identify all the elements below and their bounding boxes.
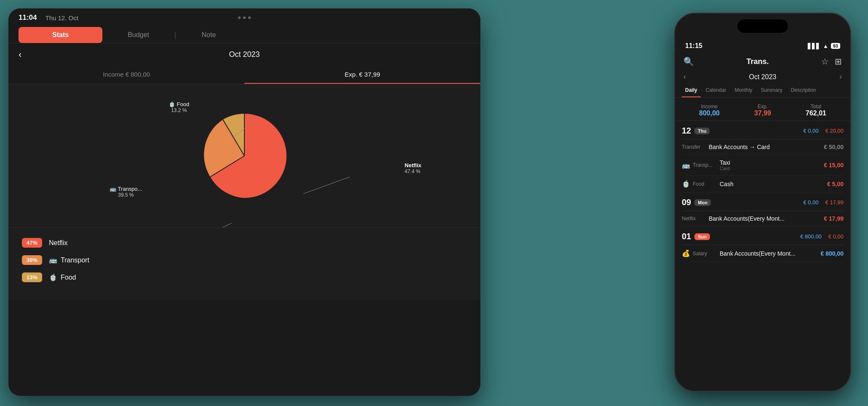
tablet-dot-3 [248, 16, 251, 19]
legend-area: 47% Netflix 39% 🚌 Transport 13% 🍵 Food [8, 227, 480, 300]
wifi-icon: ▲ [823, 43, 828, 49]
income-value: 800,00 [699, 110, 720, 117]
trans-amount-food: € 5,00 [827, 181, 844, 187]
phone-month: Oct 2023 [749, 73, 777, 81]
phone-summary-row: Income 800,00 Exp. 37,99 Total 762,01 [675, 98, 850, 121]
day-header-12: 12 Thu € 0,00 € 20,00 [682, 121, 844, 139]
table-row[interactable]: Transfer Bank Accounts → Card € 50,00 [682, 139, 844, 155]
salary-icon: 💰 [682, 249, 690, 257]
tablet-nav: Stats Budget | Note [8, 27, 480, 43]
search-button[interactable]: 🔍 [683, 56, 694, 67]
food-icon-row: 🍵 [682, 180, 690, 188]
tablet-date: Thu 12. Oct [45, 14, 78, 21]
transport-icon-taxi: 🚌 [682, 161, 690, 169]
pie-chart [198, 110, 291, 202]
day-header-01: 01 Sun € 800,00 € 0,00 [682, 227, 844, 245]
day-badge-09: Mon [694, 199, 711, 206]
toolbar-right: ☆ ⊞ [821, 56, 842, 67]
tablet-dots [238, 16, 251, 19]
chart-area: 🍵 Food 13.2 % Netflix 47.4 % 🚌 Transpo..… [8, 84, 480, 227]
legend-food: 13% 🍵 Food [22, 272, 467, 282]
table-row[interactable]: 💰 Salary Bank Accounts(Every Mont... € 8… [682, 245, 844, 262]
phone-status-bar: 11:15 ▋▋▋ ▲ 93 [675, 36, 850, 53]
tablet-time: 11:04 [19, 13, 37, 22]
tab-description[interactable]: Description [788, 84, 820, 97]
star-button[interactable]: ☆ [821, 56, 829, 67]
tab-stats[interactable]: Stats [19, 27, 102, 43]
tab-summary[interactable]: Summary [757, 84, 785, 97]
phone-icons: ▋▋▋ ▲ 93 [808, 43, 840, 49]
day-income-12: € 0,00 [803, 128, 818, 134]
prev-month-button[interactable]: ‹ [683, 72, 686, 81]
day-num-09: 09 [682, 198, 691, 207]
trans-amount-netflix: € 17,99 [824, 215, 844, 222]
food-label: 🍵 Food 13.2 % [169, 101, 189, 113]
exp-value: 37,99 [754, 110, 771, 117]
dynamic-island [737, 19, 788, 33]
netflix-badge: 47% [22, 238, 42, 248]
tab-note[interactable]: Note [177, 27, 241, 43]
day-num-12: 12 [682, 126, 691, 136]
phone-time: 11:15 [685, 42, 702, 50]
trans-name-transfer: Bank Accounts → Card [709, 144, 824, 150]
tab-monthly[interactable]: Monthly [731, 84, 755, 97]
day-id-01: 01 Sun [682, 232, 710, 241]
svg-line-4 [303, 177, 350, 194]
trans-amount-transfer: € 50,00 [824, 144, 844, 150]
trans-name-netflix: Bank Accounts(Every Mont... [709, 215, 824, 222]
income-expense-tabs: Income € 800,00 Exp. € 37,99 [8, 66, 480, 84]
transport-label-text: Transport [61, 256, 89, 264]
day-id-12: 12 Thu [682, 126, 710, 136]
header-month: Oct 2023 [229, 50, 260, 59]
filter-button[interactable]: ⊞ [835, 56, 842, 67]
table-row[interactable]: 🚌 Transp... Taxi Card € 15,00 [682, 155, 844, 176]
legend-transport: 39% 🚌 Transport [22, 255, 467, 265]
tablet-status-bar: 11:04 Thu 12. Oct [8, 8, 480, 27]
trans-amount-salary: € 800,00 [821, 250, 844, 257]
expense-tab[interactable]: Exp. € 37,99 [244, 66, 480, 84]
trans-name-taxi: Taxi [720, 159, 824, 166]
next-month-button[interactable]: › [839, 72, 842, 81]
netflix-label-text: Netflix [49, 239, 67, 247]
day-group-09: 09 Mon € 0,00 € 17,99 Netflix Bank Accou… [675, 192, 850, 227]
trans-name-food: Cash [720, 181, 827, 187]
tab-budget[interactable]: Budget [102, 27, 174, 43]
day-exp-12: € 20,00 [825, 128, 844, 134]
trans-info-netflix: Bank Accounts(Every Mont... [709, 215, 824, 222]
day-badge-12: Thu [694, 128, 710, 134]
income-tab[interactable]: Income € 800,00 [8, 66, 244, 84]
summary-exp: Exp. 37,99 [754, 104, 771, 117]
tablet-dot-1 [238, 16, 241, 19]
signal-icon: ▋▋▋ [808, 43, 820, 49]
trans-info-transfer: Bank Accounts → Card [709, 144, 824, 150]
trans-cat-netflix: Netflix [682, 216, 707, 222]
transport-badge: 39% [22, 255, 42, 265]
phone: 11:15 ▋▋▋ ▲ 93 🔍 Trans. ☆ ⊞ ‹ Oct 2023 ›… [674, 13, 851, 392]
summary-total: Total 762,01 [806, 104, 826, 117]
total-value: 762,01 [806, 110, 826, 117]
back-button[interactable]: ‹ [19, 49, 21, 60]
day-exp-01: € 0,00 [828, 233, 844, 240]
food-label-text: Food [61, 274, 76, 281]
trans-info-taxi: Taxi Card [720, 159, 824, 171]
tab-calendar[interactable]: Calendar [702, 84, 730, 97]
netflix-label: Netflix 47.4 % [405, 162, 421, 174]
tab-daily[interactable]: Daily [682, 84, 701, 97]
day-amounts-01: € 800,00 € 0,00 [800, 233, 844, 240]
day-income-01: € 800,00 [800, 233, 822, 240]
tablet-header: ‹ Oct 2023 [8, 43, 480, 66]
phone-month-nav: ‹ Oct 2023 › [675, 70, 850, 84]
day-header-09: 09 Mon € 0,00 € 17,99 [682, 192, 844, 211]
trans-amount-taxi: € 15,00 [824, 162, 844, 168]
svg-line-5 [190, 223, 232, 227]
table-row[interactable]: 🍵 Food Cash € 5,00 [682, 176, 844, 192]
trans-cat-transfer: Transfer [682, 144, 707, 150]
transport-label: 🚌 Transpo... 39.5 % [110, 186, 142, 198]
table-row[interactable]: Netflix Bank Accounts(Every Mont... € 17… [682, 211, 844, 227]
exp-label: Exp. [754, 104, 771, 110]
phone-title: Trans. [746, 57, 769, 66]
day-badge-01: Sun [694, 233, 710, 240]
phone-toolbar: 🔍 Trans. ☆ ⊞ [675, 53, 850, 70]
food-badge: 13% [22, 272, 42, 282]
transaction-list: 12 Thu € 0,00 € 20,00 Transfer Bank Acco… [675, 121, 850, 382]
